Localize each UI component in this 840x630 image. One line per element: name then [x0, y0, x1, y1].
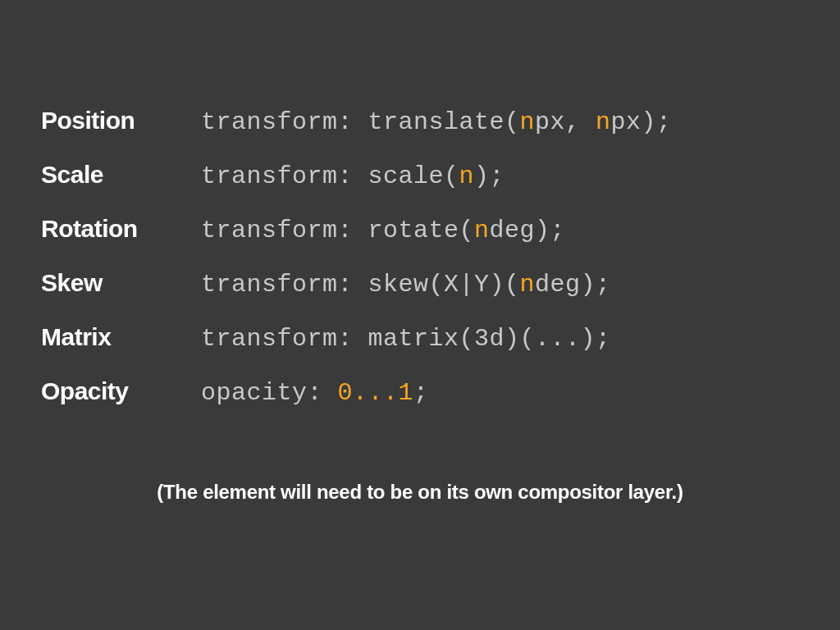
- row-label: Matrix: [41, 323, 201, 351]
- table-row: Skew transform: skew(X|Y)(ndeg);: [41, 269, 799, 299]
- properties-table: Position transform: translate(npx, npx);…: [41, 107, 799, 407]
- table-row: Matrix transform: matrix(3d)(...);: [41, 323, 799, 353]
- table-row: Rotation transform: rotate(ndeg);: [41, 215, 799, 244]
- slide-container: Position transform: translate(npx, npx);…: [0, 0, 840, 630]
- row-code: opacity: 0...1;: [201, 379, 429, 407]
- row-code: transform: skew(X|Y)(ndeg);: [201, 271, 611, 299]
- row-label: Position: [41, 107, 201, 135]
- table-row: Scale transform: scale(n);: [41, 161, 799, 190]
- table-row: Opacity opacity: 0...1;: [41, 377, 799, 407]
- footnote-text: (The element will need to be on its own …: [41, 481, 799, 504]
- row-label: Rotation: [41, 215, 201, 243]
- row-code: transform: translate(npx, npx);: [201, 108, 672, 136]
- row-code: transform: matrix(3d)(...);: [201, 325, 611, 353]
- row-code: transform: scale(n);: [201, 162, 504, 190]
- row-label: Opacity: [41, 377, 201, 405]
- table-row: Position transform: translate(npx, npx);: [41, 107, 799, 136]
- row-label: Scale: [41, 161, 201, 189]
- row-label: Skew: [41, 269, 201, 297]
- row-code: transform: rotate(ndeg);: [201, 217, 565, 244]
